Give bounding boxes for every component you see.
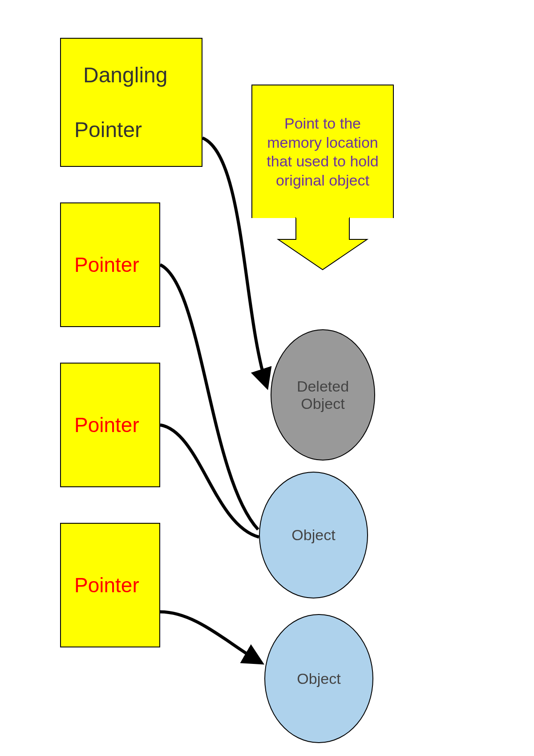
- object-3: Object: [264, 614, 373, 743]
- object-2: Object: [259, 472, 368, 598]
- pointer-label-4: Pointer: [70, 573, 139, 597]
- svg-rect-1: [296, 217, 349, 218]
- diagram-canvas: Dangling Pointer Pointer Pointer Pointer…: [0, 0, 534, 756]
- callout-body: Point to the memory location that used t…: [251, 85, 394, 218]
- deleted-object: Deleted Object: [271, 329, 375, 461]
- pointer-box-2: Pointer: [60, 202, 160, 327]
- edge-pointer2-to-object2: [160, 265, 258, 530]
- dangling-label-line1: Dangling: [70, 63, 167, 87]
- edge-pointer3-to-object2: [160, 425, 259, 537]
- dangling-pointer-box: Dangling Pointer: [60, 38, 202, 167]
- edge-pointer4-to-object3: [160, 612, 262, 663]
- deleted-object-line1: Deleted: [297, 378, 349, 395]
- pointer-box-4: Pointer: [60, 523, 160, 647]
- pointer-label-3: Pointer: [70, 413, 139, 437]
- object-3-label: Object: [297, 670, 340, 687]
- callout-text: Point to the memory location that used t…: [257, 114, 388, 190]
- deleted-object-line2: Object: [301, 395, 344, 412]
- svg-marker-0: [278, 217, 367, 270]
- pointer-label-2: Pointer: [70, 253, 139, 277]
- dangling-label-line2: Pointer: [70, 117, 142, 142]
- object-2-label: Object: [291, 526, 335, 544]
- pointer-box-3: Pointer: [60, 363, 160, 487]
- callout: Point to the memory location that used t…: [251, 85, 394, 263]
